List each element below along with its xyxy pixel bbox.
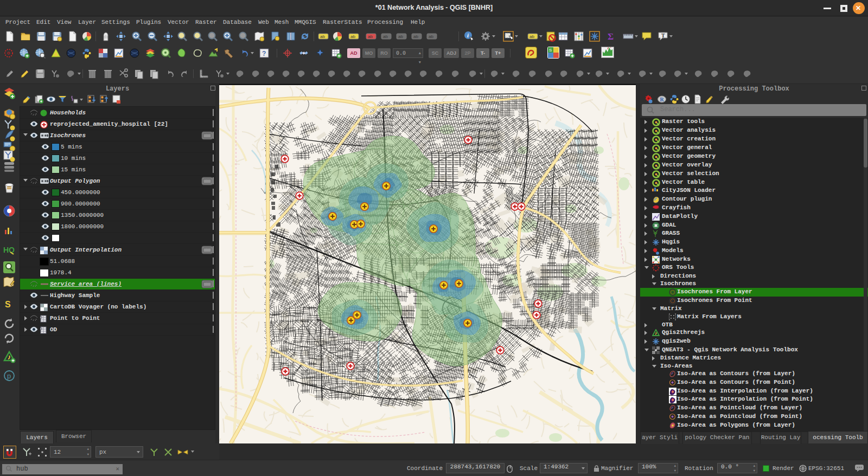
svg-text:S: S: [5, 300, 11, 309]
svg-text:ab: ab: [529, 34, 534, 39]
svg-text:ab: ab: [383, 34, 388, 39]
svg-text:p: p: [7, 372, 11, 380]
svg-text:HQ: HQ: [3, 246, 15, 254]
svg-text:T: T: [661, 33, 665, 38]
svg-text:Σ: Σ: [608, 31, 614, 42]
svg-text:ab: ab: [398, 34, 403, 39]
svg-text:ab: ab: [350, 34, 355, 39]
svg-text:ab: ab: [429, 34, 433, 39]
svg-text:ab: ab: [368, 34, 373, 39]
svg-text:?: ?: [262, 50, 266, 57]
svg-text:ab: ab: [413, 34, 418, 39]
svg-text:ab: ab: [320, 34, 325, 39]
svg-text:S: S: [549, 48, 552, 53]
svg-text:R: R: [660, 97, 665, 102]
